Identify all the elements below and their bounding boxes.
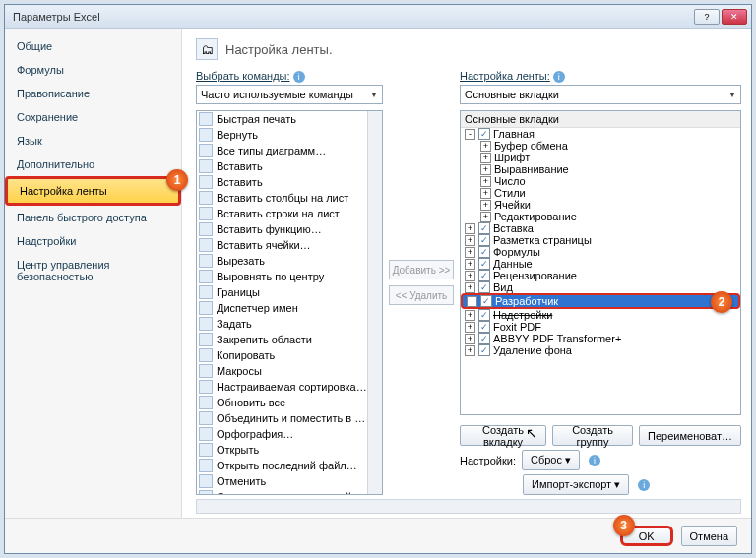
tree-node[interactable]: +Разработчик2 [461,293,740,309]
tree-node[interactable]: +Вставка [461,222,740,234]
tree-expand-icon[interactable]: - [465,129,475,140]
tree-expand-icon[interactable]: + [480,164,491,175]
tree-checkbox[interactable] [478,246,490,258]
command-list-item[interactable]: Объединить и поместить в … [197,410,382,426]
command-list-item[interactable]: Вырезать [197,253,382,269]
command-list-item[interactable]: Закрепить области [197,332,382,347]
tree-expand-icon[interactable]: + [465,247,475,258]
info-icon[interactable]: i [589,455,600,466]
tree-checkbox[interactable] [478,281,490,293]
remove-button[interactable]: << Удалить [389,285,454,305]
command-list-item[interactable]: Все типы диаграмм… [197,143,382,158]
command-list-item[interactable]: Копировать [197,347,382,363]
command-list-item[interactable]: Обновить все [197,395,382,410]
sidebar-item[interactable]: Дополнительно [5,153,181,176]
sidebar-item[interactable]: Центр управления безопасностью [5,253,181,288]
sidebar-item[interactable]: Сохранение [5,105,181,129]
info-icon[interactable]: i [638,479,650,491]
tree-checkbox[interactable] [478,234,490,246]
command-list-item[interactable]: Вставить ячейки… [197,237,382,253]
tree-checkbox[interactable] [480,295,492,307]
tree-expand-icon[interactable]: + [465,235,475,246]
tree-expand-icon[interactable]: + [480,200,491,211]
tree-expand-icon[interactable]: + [480,176,491,187]
tree-expand-icon[interactable]: + [465,334,475,344]
add-button[interactable]: Добавить >> [389,260,454,279]
tree-checkbox[interactable] [478,333,490,344]
tree-node[interactable]: +Данные [461,258,740,270]
tree-node[interactable]: +Буфер обмена [461,140,740,152]
sidebar-item[interactable]: Надстройки [5,229,181,253]
tree-checkbox[interactable] [478,270,490,281]
rename-button[interactable]: Переименоват… [639,425,741,446]
tree-expand-icon[interactable]: + [465,345,475,356]
help-button[interactable]: ? [694,9,720,25]
command-list-item[interactable]: Вставить [197,158,382,174]
command-list-item[interactable]: Вставить [197,174,382,190]
command-list-item[interactable]: Открыть последний файл… [197,458,382,473]
info-icon[interactable]: i [553,71,565,83]
tree-expand-icon[interactable]: + [465,310,475,321]
tree-node[interactable]: +Число [461,175,740,187]
ok-button[interactable]: OK 3 [620,526,673,546]
tree-node[interactable]: +Рецензирование [461,270,740,281]
ribbon-tree[interactable]: Основные вкладки-Главная+Буфер обмена+Шр… [460,110,741,415]
command-list-item[interactable]: Отправить по электронной п… [197,489,382,495]
tree-expand-icon[interactable]: + [480,141,491,152]
new-tab-button[interactable]: Создать вкладку [460,425,546,446]
scrollbar[interactable] [367,111,382,494]
sidebar-item[interactable]: Панель быстрого доступа [5,206,181,229]
tree-expand-icon[interactable]: + [465,223,475,234]
tree-expand-icon[interactable]: + [465,259,475,270]
tree-node[interactable]: +Удаление фона [461,344,740,356]
tree-expand-icon[interactable]: + [467,296,477,307]
close-button[interactable]: ✕ [722,9,747,25]
tree-checkbox[interactable] [478,344,490,356]
cancel-button[interactable]: Отмена [681,526,737,546]
horizontal-scrollbar[interactable] [196,499,741,514]
tree-node[interactable]: +ABBYY PDF Transformer+ [461,333,740,344]
tree-checkbox[interactable] [478,309,490,321]
tree-node[interactable]: +Стили [461,187,740,199]
import-export-button[interactable]: Импорт-экспорт ▾ [523,474,629,495]
command-list-item[interactable]: Орфография… [197,426,382,442]
reset-button[interactable]: Сброс ▾ [522,450,580,470]
tree-checkbox[interactable] [478,258,490,270]
tree-expand-icon[interactable]: + [480,153,491,163]
tree-checkbox[interactable] [478,222,490,234]
tree-expand-icon[interactable]: + [480,212,491,222]
tree-expand-icon[interactable]: + [465,271,475,281]
tree-node[interactable]: +Формулы [461,246,740,258]
command-list-item[interactable]: Макросы [197,363,382,379]
command-list-item[interactable]: Диспетчер имен [197,300,382,316]
command-list-item[interactable]: Вставить столбцы на лист [197,190,382,206]
tree-expand-icon[interactable]: + [480,188,491,199]
tree-node[interactable]: +Разметка страницы [461,234,740,246]
tree-node[interactable]: +Шрифт [461,152,740,163]
tree-node[interactable]: +Редактирование [461,211,740,222]
tree-expand-icon[interactable]: + [465,282,475,293]
command-list-item[interactable]: Быстрая печать [197,111,382,127]
sidebar-item[interactable]: Общие [5,34,181,58]
tree-node[interactable]: +Вид [461,281,740,293]
sidebar-item[interactable]: Язык [5,129,181,153]
command-list-item[interactable]: Границы [197,284,382,300]
choose-commands-combo[interactable]: Часто используемые команды▼ [196,85,383,104]
tree-node[interactable]: -Главная [461,128,740,140]
info-icon[interactable]: i [293,71,305,83]
sidebar-item[interactable]: Настройка ленты1 [5,176,181,206]
sidebar-item[interactable]: Правописание [5,82,181,105]
command-list-item[interactable]: Вернуть [197,127,382,143]
command-list-item[interactable]: Настраиваемая сортировка… [197,379,382,395]
command-list-item[interactable]: Отменить [197,473,382,489]
tree-node[interactable]: +Ячейки [461,199,740,211]
tree-checkbox[interactable] [478,128,490,140]
tree-checkbox[interactable] [478,321,490,333]
command-list-item[interactable]: Вставить функцию… [197,221,382,237]
command-list-item[interactable]: Вставить строки на лист [197,206,382,221]
new-group-button[interactable]: Создать группу [552,425,633,446]
tree-expand-icon[interactable]: + [465,322,475,333]
commands-listbox[interactable]: Быстрая печатьВернутьВсе типы диаграмм…В… [196,110,383,495]
tree-node[interactable]: +Выравнивание [461,163,740,175]
sidebar-item[interactable]: Формулы [5,58,181,82]
